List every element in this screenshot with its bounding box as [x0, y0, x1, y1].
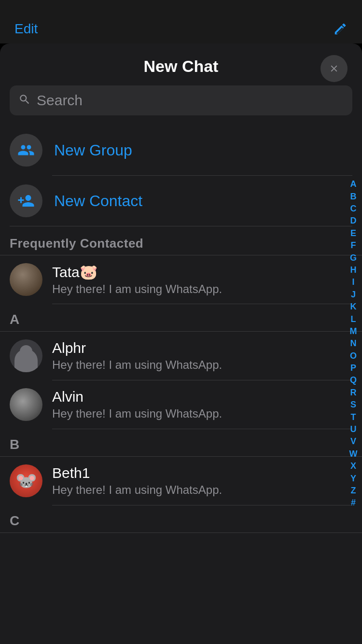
alpha-letter-t[interactable]: T	[347, 412, 360, 423]
contact-item-alvin[interactable]: Alvin Hey there! I am using WhatsApp.	[10, 380, 352, 429]
edit-button[interactable]: Edit	[14, 21, 38, 37]
alpha-letter-f[interactable]: F	[347, 240, 360, 251]
avatar-tata	[10, 263, 42, 296]
section-b: B 🐭 Beth1 Hey there! I am using WhatsApp…	[0, 429, 362, 505]
alpha-letter-a[interactable]: A	[347, 179, 360, 190]
contact-status-alvin: Hey there! I am using WhatsApp.	[52, 407, 352, 420]
contact-item-beth1[interactable]: 🐭 Beth1 Hey there! I am using WhatsApp.	[10, 457, 352, 505]
alpha-letter-y[interactable]: Y	[347, 473, 360, 484]
alpha-letter-h[interactable]: H	[347, 265, 360, 276]
alpha-letter-g[interactable]: G	[347, 252, 360, 264]
contact-name-alphr: Alphr	[52, 340, 352, 356]
beth-avatar-inner: 🐭	[10, 464, 42, 497]
group-icon	[17, 141, 35, 159]
contact-info-tata: Tata🐷 Hey there! I am using WhatsApp.	[52, 264, 352, 296]
new-group-item[interactable]: New Group	[10, 125, 352, 175]
contact-name-tata: Tata🐷	[52, 264, 352, 280]
contact-item-alphr[interactable]: Alphr Hey there! I am using WhatsApp.	[10, 332, 352, 380]
new-contact-item[interactable]: New Contact	[10, 176, 352, 226]
new-contact-label: New Contact	[54, 192, 142, 210]
contact-name-alvin: Alvin	[52, 389, 352, 405]
section-b-list: 🐭 Beth1 Hey there! I am using WhatsApp.	[0, 457, 362, 505]
contact-info-alphr: Alphr Hey there! I am using WhatsApp.	[52, 340, 352, 372]
alpha-letter-j[interactable]: J	[347, 289, 360, 300]
new-group-icon-circle	[10, 134, 42, 167]
avatar-alphr	[10, 339, 42, 372]
contact-status-beth1: Hey there! I am using WhatsApp.	[52, 483, 352, 497]
modal-title: New Chat	[144, 57, 219, 76]
alpha-letter-o[interactable]: O	[347, 350, 360, 362]
section-a: A Alphr Hey there! I am using WhatsApp. …	[0, 304, 362, 429]
frequently-contacted-section: Frequently Contacted Tata🐷 Hey there! I …	[0, 226, 362, 304]
alpha-letter-m[interactable]: M	[347, 326, 360, 337]
contact-status-tata: Hey there! I am using WhatsApp.	[52, 282, 352, 296]
alpha-letter-e[interactable]: E	[347, 228, 360, 239]
alpha-letter-#[interactable]: #	[347, 497, 360, 508]
alpha-letter-b[interactable]: B	[347, 191, 360, 202]
contact-item-tata[interactable]: Tata🐷 Hey there! I am using WhatsApp.	[10, 255, 352, 304]
avatar-alvin	[10, 388, 42, 421]
close-icon	[329, 63, 339, 74]
alpha-letter-d[interactable]: D	[347, 215, 360, 226]
alpha-letter-i[interactable]: I	[347, 277, 360, 288]
avatar-beth1: 🐭	[10, 464, 42, 497]
action-list: New Group New Contact	[0, 125, 362, 226]
add-contact-icon	[17, 192, 35, 210]
alpha-letter-q[interactable]: Q	[347, 375, 360, 386]
alpha-letter-r[interactable]: R	[347, 387, 360, 398]
alpha-letter-u[interactable]: U	[347, 424, 360, 435]
section-c-divider	[0, 532, 362, 533]
alpha-letter-v[interactable]: V	[347, 436, 360, 447]
contact-info-beth1: Beth1 Hey there! I am using WhatsApp.	[52, 465, 352, 497]
contact-status-alphr: Hey there! I am using WhatsApp.	[52, 358, 352, 372]
search-placeholder-text: Search	[37, 92, 83, 109]
section-a-list: Alphr Hey there! I am using WhatsApp. Al…	[0, 332, 362, 429]
search-container: Search	[0, 85, 362, 125]
alpha-letter-n[interactable]: N	[347, 338, 360, 349]
section-letter-b: B	[0, 429, 362, 456]
alpha-letter-c[interactable]: C	[347, 203, 360, 214]
alpha-letter-p[interactable]: P	[347, 363, 360, 374]
alpha-letter-w[interactable]: W	[347, 448, 360, 460]
new-contact-icon-circle	[10, 184, 42, 217]
alpha-letter-x[interactable]: X	[347, 461, 360, 472]
alpha-letter-l[interactable]: L	[347, 314, 360, 325]
frequently-contacted-header: Frequently Contacted	[0, 226, 362, 255]
search-icon	[18, 93, 31, 108]
new-chat-modal: New Chat Search New Group	[0, 43, 362, 644]
new-group-label: New Group	[54, 141, 132, 159]
section-c: C	[0, 505, 362, 533]
section-letter-a: A	[0, 304, 362, 331]
section-letter-c: C	[0, 505, 362, 532]
contact-info-alvin: Alvin Hey there! I am using WhatsApp.	[52, 389, 352, 420]
status-bar: Edit	[0, 0, 362, 43]
close-button[interactable]	[320, 55, 348, 82]
search-bar[interactable]: Search	[10, 85, 352, 115]
alpha-letter-s[interactable]: S	[347, 399, 360, 410]
frequently-contacted-list: Tata🐷 Hey there! I am using WhatsApp.	[0, 255, 362, 304]
modal-header: New Chat	[0, 43, 362, 85]
compose-icon[interactable]	[333, 22, 348, 36]
alpha-letter-z[interactable]: Z	[347, 485, 360, 496]
alphabet-index: ABCDEFGHIJKLMNOPQRSTUVWXYZ#	[345, 43, 362, 644]
contact-name-beth1: Beth1	[52, 465, 352, 481]
alpha-letter-k[interactable]: K	[347, 301, 360, 312]
